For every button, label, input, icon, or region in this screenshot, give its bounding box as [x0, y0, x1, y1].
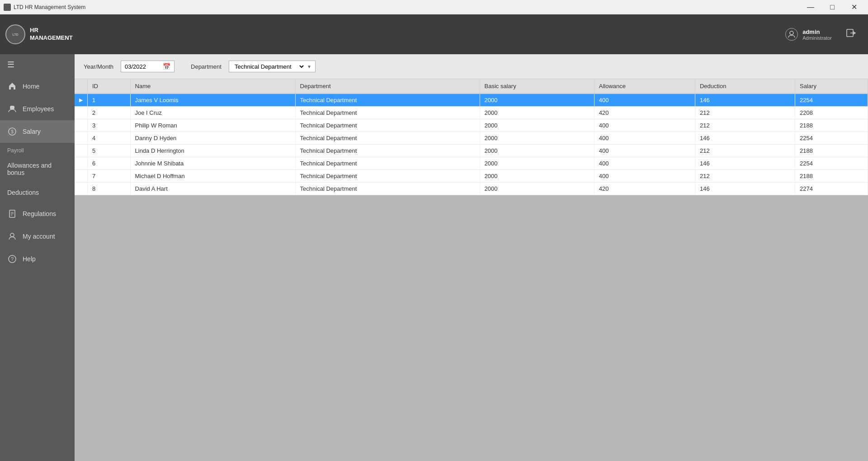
cell-salary: 2188 [795, 170, 868, 183]
row-indicator [75, 183, 88, 195]
cell-department: Technical Department [295, 132, 480, 145]
cell-name: Michael D Hoffman [130, 170, 295, 183]
employees-icon [7, 104, 17, 114]
cell-basic-salary: 2000 [480, 145, 594, 157]
cell-id: 5 [88, 145, 131, 157]
sidebar-header: LTD HR MANAGEMENT [0, 14, 75, 54]
myaccount-icon [7, 231, 17, 241]
cell-name: Danny D Hyden [130, 132, 295, 145]
cell-deduction: 146 [695, 183, 795, 195]
row-indicator [75, 157, 88, 170]
sidebar-item-myaccount[interactable]: My account [0, 225, 75, 248]
year-month-label: Year/Month [84, 63, 113, 70]
app-icon [4, 4, 11, 11]
row-indicator [75, 145, 88, 157]
cell-name: Johnnie M Shibata [130, 157, 295, 170]
col-deduction: Deduction [695, 79, 795, 94]
sidebar-item-allowances-label: Allowances and bonus [7, 162, 67, 176]
table-row[interactable]: ▶ 1 James V Loomis Technical Department … [75, 94, 868, 107]
logout-button[interactable] [845, 27, 857, 42]
app-title: HR MANAGEMENT [30, 27, 73, 42]
cell-basic-salary: 2000 [480, 132, 594, 145]
table-wrapper: ID Name Department Basic salary Allowanc… [75, 79, 868, 195]
year-month-input-wrapper: 📅 [121, 61, 175, 72]
cell-allowance: 400 [594, 145, 695, 157]
cell-salary: 2274 [795, 183, 868, 195]
cell-allowance: 420 [594, 183, 695, 195]
cell-id: 7 [88, 170, 131, 183]
table-area: ID Name Department Basic salary Allowanc… [75, 79, 868, 461]
cell-deduction: 212 [695, 119, 795, 132]
cell-department: Technical Department [295, 170, 480, 183]
cell-allowance: 400 [594, 94, 695, 107]
cell-allowance: 400 [594, 170, 695, 183]
calendar-icon[interactable]: 📅 [163, 63, 170, 70]
cell-allowance: 400 [594, 132, 695, 145]
department-label: Department [191, 63, 222, 70]
sidebar-item-employees-label: Employees [23, 105, 54, 113]
svg-rect-0 [10, 106, 14, 109]
sidebar-item-allowances[interactable]: Allowances and bonus [0, 155, 75, 183]
maximize-button[interactable]: □ [822, 0, 843, 14]
cell-id: 2 [88, 107, 131, 119]
sidebar-item-regulations[interactable]: Regulations [0, 202, 75, 225]
cell-deduction: 212 [695, 107, 795, 119]
close-button[interactable]: ✕ [844, 0, 864, 14]
user-avatar-icon [785, 28, 798, 41]
table-row[interactable]: 2 Joe I Cruz Technical Department 2000 4… [75, 107, 868, 119]
cell-id: 1 [88, 94, 131, 107]
cell-id: 6 [88, 157, 131, 170]
cell-deduction: 212 [695, 170, 795, 183]
sidebar-item-home-label: Home [23, 83, 39, 90]
table-row[interactable]: 4 Danny D Hyden Technical Department 200… [75, 132, 868, 145]
row-indicator [75, 119, 88, 132]
sidebar-item-help[interactable]: ? Help [0, 248, 75, 270]
col-name: Name [130, 79, 295, 94]
minimize-button[interactable]: — [800, 0, 821, 14]
sidebar-item-deductions[interactable]: Deductions [0, 183, 75, 202]
cell-salary: 2188 [795, 145, 868, 157]
user-details: admin Administrator [802, 28, 832, 41]
cell-id: 3 [88, 119, 131, 132]
department-select[interactable]: Technical Department HR Department Finan… [233, 63, 305, 71]
hamburger-menu[interactable]: ☰ [0, 54, 75, 75]
chevron-down-icon: ▼ [307, 64, 311, 69]
cell-basic-salary: 2000 [480, 119, 594, 132]
svg-point-10 [790, 31, 793, 35]
cell-deduction: 146 [695, 157, 795, 170]
table-row[interactable]: 7 Michael D Hoffman Technical Department… [75, 170, 868, 183]
col-salary: Salary [795, 79, 868, 94]
cell-basic-salary: 2000 [480, 107, 594, 119]
cell-department: Technical Department [295, 183, 480, 195]
cell-salary: 2254 [795, 132, 868, 145]
sidebar-item-home[interactable]: Home [0, 75, 75, 98]
table-row[interactable]: 6 Johnnie M Shibata Technical Department… [75, 157, 868, 170]
cell-name: Joe I Cruz [130, 107, 295, 119]
main-content: Year/Month 📅 Department Technical Depart… [75, 54, 868, 461]
cell-department: Technical Department [295, 157, 480, 170]
year-month-input[interactable] [125, 63, 161, 70]
cell-name: David A Hart [130, 183, 295, 195]
svg-point-7 [10, 233, 14, 237]
salary-icon: $ [7, 127, 17, 136]
cell-salary: 2188 [795, 119, 868, 132]
col-indicator [75, 79, 88, 94]
user-name: admin [802, 28, 832, 35]
table-row[interactable]: 8 David A Hart Technical Department 2000… [75, 183, 868, 195]
col-department: Department [295, 79, 480, 94]
cell-name: Philip W Roman [130, 119, 295, 132]
sidebar-item-regulations-label: Regulations [23, 210, 56, 217]
sidebar-item-employees[interactable]: Employees [0, 98, 75, 120]
table-row[interactable]: 5 Linda D Herrington Technical Departmen… [75, 145, 868, 157]
user-role: Administrator [802, 35, 832, 41]
department-select-wrapper: Technical Department HR Department Finan… [229, 61, 316, 72]
cell-basic-salary: 2000 [480, 170, 594, 183]
cell-salary: 2208 [795, 107, 868, 119]
cell-salary: 2254 [795, 94, 868, 107]
sidebar-item-salary[interactable]: $ Salary [0, 120, 75, 143]
cell-department: Technical Department [295, 145, 480, 157]
table-row[interactable]: 3 Philip W Roman Technical Department 20… [75, 119, 868, 132]
home-icon [7, 81, 17, 91]
table-header-row: ID Name Department Basic salary Allowanc… [75, 79, 868, 94]
sidebar-item-myaccount-label: My account [23, 233, 55, 240]
